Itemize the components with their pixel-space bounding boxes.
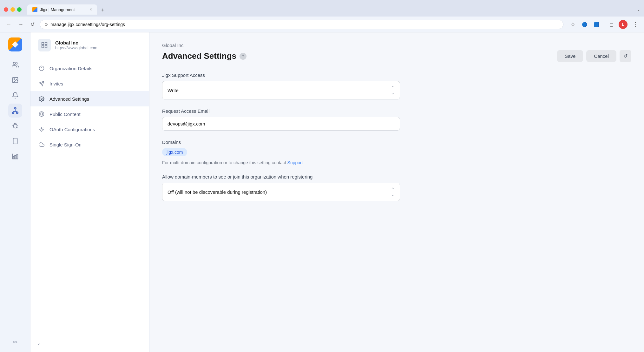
org-header: Global Inc https://www.global.com — [30, 32, 149, 58]
save-button[interactable]: Save — [557, 50, 583, 62]
sidebar-item-debug[interactable] — [8, 119, 22, 133]
svg-rect-6 — [16, 112, 18, 114]
active-tab[interactable]: Jigx | Management × — [27, 4, 97, 15]
svg-point-36 — [41, 129, 43, 130]
main-content: Global Inc Advanced Settings ? Save Canc… — [149, 32, 644, 352]
svg-rect-26 — [42, 46, 44, 48]
svg-line-15 — [12, 128, 13, 128]
page-title-row: Advanced Settings ? — [162, 51, 557, 61]
traffic-light-red[interactable] — [4, 7, 8, 12]
extension2-button[interactable]: 🟦 — [592, 21, 600, 28]
support-access-label: Jigx Support Access — [162, 72, 631, 78]
cancel-button[interactable]: Cancel — [586, 50, 616, 62]
org-avatar — [38, 39, 51, 51]
bookmark-star-button[interactable]: ☆ — [569, 20, 577, 29]
sidebar-item-public-content[interactable]: Public Content — [30, 106, 149, 122]
sidebar-item-org[interactable] — [8, 104, 22, 118]
sidebar-toggle-button[interactable]: ▢ — [608, 21, 615, 28]
allow-domain-members-chevron: ⌃⌄ — [391, 187, 395, 197]
sidebar-item-sso[interactable]: Single Sign-On — [30, 137, 149, 152]
new-tab-button[interactable]: + — [98, 6, 107, 15]
public-content-icon — [38, 111, 45, 118]
svg-rect-25 — [45, 43, 47, 44]
advanced-settings-icon — [38, 95, 45, 102]
toolbar-icons: ☆ 🔵 🟦 ▢ L ⋮ — [569, 20, 640, 29]
allow-domain-members-value: Off (will not be discoverable during reg… — [168, 189, 267, 195]
traffic-lights — [4, 7, 22, 12]
sidebar: Global Inc https://www.global.com Organi… — [30, 32, 149, 352]
sidebar-item-analytics[interactable] — [8, 149, 22, 163]
request-access-email-input[interactable] — [162, 117, 400, 131]
address-url: manage.jigx.com/settings/org-settings — [50, 22, 559, 27]
domain-tags: jigx.com — [162, 148, 631, 156]
address-bar[interactable]: ⊙ manage.jigx.com/settings/org-settings — [40, 20, 563, 29]
svg-point-33 — [41, 98, 43, 100]
browser-titlebar: Jigx | Management × + ⌄ — [0, 0, 644, 17]
collapse-icon: ‹ — [38, 341, 40, 347]
tab-close-button[interactable]: × — [90, 7, 92, 12]
sidebar-item-device[interactable] — [8, 134, 22, 148]
toolbar-separator — [604, 21, 604, 28]
sidebar-item-invites[interactable]: Invites — [30, 76, 149, 91]
traffic-light-green[interactable] — [17, 7, 22, 12]
svg-point-3 — [14, 78, 15, 79]
help-icon-button[interactable]: ? — [240, 53, 246, 60]
svg-rect-21 — [16, 154, 18, 159]
sidebar-item-users[interactable] — [8, 58, 22, 72]
tab-title: Jigx | Management — [40, 7, 75, 12]
allow-domain-members-label: Allow domain-members to see or join this… — [162, 174, 631, 179]
refresh-button[interactable]: ↺ — [620, 50, 631, 62]
sidebar-item-public-content-label: Public Content — [49, 112, 81, 117]
org-details-icon — [38, 65, 45, 72]
back-button[interactable]: ← — [4, 20, 13, 29]
domains-label: Domains — [162, 139, 631, 145]
address-security-icon: ⊙ — [44, 22, 48, 27]
domain-help-text: For multi-domain configuration or to cha… — [162, 160, 631, 165]
extension-button[interactable]: 🔵 — [581, 21, 588, 28]
forward-button[interactable]: → — [16, 20, 25, 29]
browser-toolbar: ← → ↺ ⊙ manage.jigx.com/settings/org-set… — [0, 17, 644, 32]
header-actions: Save Cancel ↺ — [557, 50, 631, 62]
menu-button[interactable]: ⋮ — [631, 20, 640, 29]
image-icon — [12, 77, 19, 84]
hierarchy-icon — [12, 107, 19, 114]
app-logo[interactable] — [8, 37, 22, 51]
support-access-select[interactable]: Write ⌃⌄ — [162, 81, 400, 99]
request-access-email-label: Request Access Email — [162, 108, 631, 114]
bug-icon — [12, 122, 19, 129]
chart-icon — [12, 153, 19, 160]
traffic-light-yellow[interactable] — [10, 7, 15, 12]
org-url: https://www.global.com — [55, 45, 97, 50]
sidebar-item-advanced-settings[interactable]: Advanced Settings — [30, 91, 149, 106]
sidebar-item-oauth[interactable]: OAuth Configurations — [30, 122, 149, 137]
domains-section: Domains jigx.com For multi-domain config… — [162, 139, 631, 165]
user-avatar[interactable]: L — [619, 20, 628, 29]
sidebar-item-advanced-settings-label: Advanced Settings — [49, 96, 89, 102]
sidebar-item-org-details[interactable]: Organization Details — [30, 61, 149, 76]
device-icon — [12, 138, 19, 145]
svg-point-1 — [13, 62, 15, 64]
request-access-email-section: Request Access Email — [162, 108, 631, 131]
domain-help-static: For multi-domain configuration or to cha… — [162, 160, 287, 165]
sidebar-item-notifications[interactable] — [8, 88, 22, 102]
sidebar-item-images[interactable] — [8, 73, 22, 87]
allow-domain-members-section: Allow domain-members to see or join this… — [162, 174, 631, 201]
tab-chevron[interactable]: ⌄ — [637, 7, 640, 12]
support-link[interactable]: Support — [287, 160, 303, 165]
allow-domain-members-select[interactable]: Off (will not be discoverable during reg… — [162, 183, 400, 201]
users-icon — [12, 61, 19, 68]
tab-bar: Jigx | Management × + — [27, 4, 634, 15]
sidebar-collapse-button[interactable]: ‹ — [38, 341, 141, 347]
refresh-button[interactable]: ↺ — [29, 20, 36, 29]
svg-rect-20 — [15, 155, 16, 159]
svg-line-16 — [17, 128, 18, 128]
invites-icon — [38, 80, 45, 87]
svg-marker-0 — [12, 41, 18, 48]
sidebar-bottom: ‹ — [30, 336, 149, 352]
support-access-chevron: ⌃⌄ — [391, 85, 395, 95]
page-title: Advanced Settings — [162, 51, 236, 61]
icon-rail: >> — [0, 32, 30, 352]
expand-rail-button[interactable]: >> — [10, 337, 20, 347]
domain-tag-jigx: jigx.com — [162, 148, 187, 156]
sidebar-item-org-details-label: Organization Details — [49, 66, 92, 71]
